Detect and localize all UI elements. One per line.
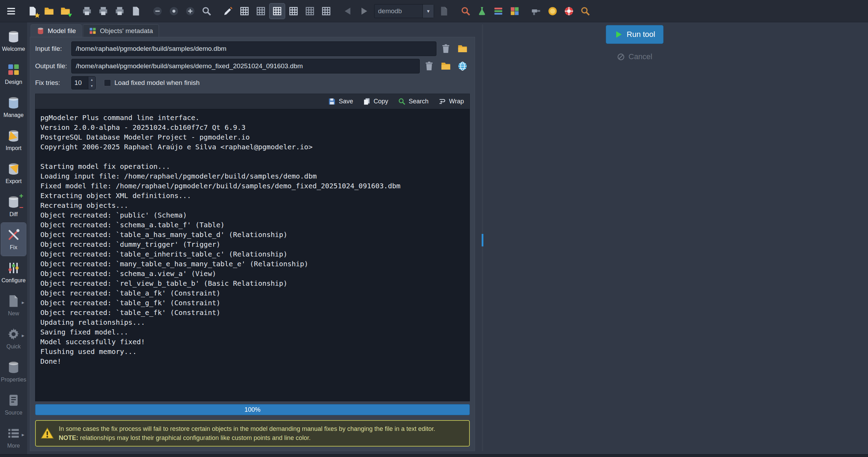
menu-icon xyxy=(6,6,16,16)
zoom-in-button[interactable] xyxy=(183,3,198,19)
export-sql-button[interactable] xyxy=(128,3,144,19)
sidebar-item-quick[interactable]: Quick ▸ xyxy=(1,322,26,355)
warning-box: In some cases the fix process will fail … xyxy=(35,420,470,447)
sidebar-item-label: Manage xyxy=(3,112,24,118)
search-output-button[interactable]: Search xyxy=(398,97,428,105)
new-model-button[interactable] xyxy=(25,3,40,19)
sidebar-item-export[interactable]: Export xyxy=(1,157,26,190)
console-toolbar: Save Copy Search Wrap xyxy=(35,94,470,109)
sidebar-item-design[interactable]: Design xyxy=(1,57,26,90)
tab-label: Model file xyxy=(48,27,76,35)
export-png-button[interactable] xyxy=(96,3,111,19)
open-in-browser-button[interactable] xyxy=(455,59,470,73)
play-icon xyxy=(614,30,623,39)
print-button[interactable] xyxy=(79,3,95,19)
sidebar-item-properties[interactable]: Properties xyxy=(1,355,26,388)
sidebar-item-fix[interactable]: Fix xyxy=(1,223,26,256)
list-icon xyxy=(7,426,21,440)
pagination-button[interactable] xyxy=(319,3,334,19)
tab-objects-metadata[interactable]: Objects' metadata xyxy=(83,24,159,37)
tab-content: Input file: Output file: Fix tries: ▴ ▾ … xyxy=(30,37,475,451)
clear-input-file-button[interactable] xyxy=(439,41,453,56)
copy-output-button[interactable]: Copy xyxy=(363,97,388,105)
sidebar-item-source[interactable]: Source xyxy=(1,388,26,421)
zoom-in-icon xyxy=(185,6,195,16)
drill-icon xyxy=(531,6,541,16)
run-tool-button[interactable]: Run tool xyxy=(606,25,664,44)
plugins-button[interactable] xyxy=(507,3,522,19)
sidebar-item-welcome[interactable]: Welcome xyxy=(1,24,26,57)
output-file-field[interactable] xyxy=(71,59,420,73)
edit-mode-button[interactable] xyxy=(220,3,236,19)
menu-button[interactable] xyxy=(3,3,19,19)
clear-output-file-button[interactable] xyxy=(422,59,436,73)
new-file-icon xyxy=(7,294,21,308)
source-document-icon xyxy=(7,393,21,407)
save-output-label: Save xyxy=(339,98,353,105)
support-button[interactable] xyxy=(561,3,577,19)
browse-input-file-button[interactable] xyxy=(455,41,470,56)
folder-icon xyxy=(457,44,468,54)
load-fixed-model-checkbox[interactable] xyxy=(104,79,111,86)
splitter-handle[interactable] xyxy=(482,234,483,246)
model-combobox[interactable]: demodb ▾ xyxy=(374,4,434,18)
submenu-arrow-icon: ▸ xyxy=(22,299,24,306)
sidebar-item-label: Quick xyxy=(7,344,21,350)
sidebar-item-import[interactable]: Import xyxy=(1,124,26,157)
zoom-reset-button[interactable] xyxy=(166,3,182,19)
stepper-up-button[interactable]: ▴ xyxy=(88,77,95,83)
save-output-button[interactable]: Save xyxy=(328,97,353,105)
magnifier-button[interactable] xyxy=(199,3,214,19)
tab-model-file[interactable]: Model file xyxy=(31,24,82,37)
objects-grid-button[interactable] xyxy=(237,3,252,19)
donate-button[interactable] xyxy=(545,3,560,19)
delimiters-button[interactable] xyxy=(302,3,318,19)
fix-tries-stepper[interactable]: ▴ ▾ xyxy=(71,76,96,89)
zoom-out-button[interactable] xyxy=(150,3,165,19)
diff-minus-icon: − xyxy=(19,204,23,212)
nav-forward-button[interactable] xyxy=(356,3,372,19)
sidebar-item-configure[interactable]: Configure xyxy=(1,256,26,289)
save-model-button[interactable] xyxy=(58,3,73,19)
down-arrow-icon xyxy=(67,12,73,18)
magnifier-icon xyxy=(580,6,590,16)
sidebar-item-new[interactable]: New ▸ xyxy=(1,289,26,322)
tab-label: Objects' metadata xyxy=(100,27,153,35)
warning-line-2: NOTE: relationships may lost their graph… xyxy=(59,433,435,442)
browse-output-file-button[interactable] xyxy=(439,59,453,73)
sidebar-item-diff[interactable]: + − Diff xyxy=(1,190,26,223)
sidebar-item-more[interactable]: More ▸ xyxy=(1,421,26,454)
nav-back-button[interactable] xyxy=(340,3,355,19)
wrap-output-button[interactable]: Wrap xyxy=(438,97,464,105)
cancel-button[interactable]: Cancel xyxy=(606,47,664,66)
magnifier-icon xyxy=(460,6,471,16)
placeholders-button[interactable] xyxy=(253,3,268,19)
crossed-tools-icon xyxy=(7,228,21,242)
fix-tries-field[interactable] xyxy=(72,77,88,89)
export-svg-button[interactable] xyxy=(112,3,127,19)
progress-bar: 100% xyxy=(35,404,470,415)
sidebar-item-manage[interactable]: Manage xyxy=(1,90,26,124)
compact-view-button[interactable] xyxy=(270,3,285,19)
wrap-icon xyxy=(438,97,446,105)
validation-button[interactable] xyxy=(474,3,490,19)
design-grid-icon xyxy=(7,63,21,77)
sidebar-item-label: Welcome xyxy=(2,46,25,52)
database-icon xyxy=(37,27,45,35)
find-object-button[interactable] xyxy=(458,3,473,19)
fix-tool-button[interactable] xyxy=(529,3,544,19)
input-file-field[interactable] xyxy=(71,41,436,56)
zoom-out-icon xyxy=(152,6,163,16)
window-bottom-edge xyxy=(0,454,868,457)
trash-icon xyxy=(424,61,434,71)
sidebar-item-label: Design xyxy=(5,79,22,85)
model-info-button[interactable] xyxy=(436,3,452,19)
stepper-down-button[interactable]: ▾ xyxy=(88,83,95,89)
warning-note-label: NOTE: xyxy=(59,434,78,441)
about-button[interactable] xyxy=(578,3,593,19)
console-output[interactable]: pgModeler Plus command line interface. V… xyxy=(35,109,470,401)
alignment-grid-button[interactable] xyxy=(286,3,301,19)
printer-icon xyxy=(114,6,125,16)
open-model-button[interactable] xyxy=(41,3,57,19)
layers-button[interactable] xyxy=(491,3,506,19)
